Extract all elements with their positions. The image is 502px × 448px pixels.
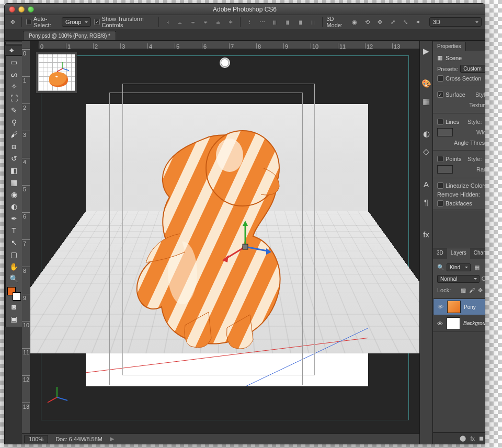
lock-paint-icon[interactable]: 🖌	[469, 285, 475, 295]
lasso-tool[interactable]: ᔕ	[7, 68, 21, 80]
layer-thumb[interactable]	[447, 301, 461, 313]
align-bottom-icon[interactable]: ⫩	[226, 17, 236, 27]
lock-pos-icon[interactable]: ✥	[477, 285, 483, 295]
points-color-swatch[interactable]	[437, 165, 453, 174]
move-tool-icon[interactable]: ✥	[8, 17, 17, 27]
blur-tool[interactable]: ◉	[7, 189, 21, 200]
layers-footer: ⬤ fx ◼ ◐ 🗀 ▤ 🗑	[433, 432, 485, 444]
threed-pan-icon[interactable]: ✥	[375, 17, 385, 27]
link-layers-icon[interactable]: ⬤	[460, 435, 466, 442]
zoom-field[interactable]: 100%	[24, 435, 48, 443]
threed-scale-icon[interactable]: ⤡	[401, 17, 410, 27]
stamp-tool[interactable]: ⧈	[7, 141, 21, 152]
svg-line-15	[57, 397, 67, 400]
lines-check[interactable]: Lines	[437, 119, 459, 125]
lines-color-swatch[interactable]	[437, 128, 453, 136]
dist-icon-4[interactable]: ⫼	[283, 17, 292, 27]
secondary-view[interactable]	[36, 52, 77, 94]
align-top-icon[interactable]: ⫧	[201, 17, 210, 27]
canvas[interactable]	[30, 49, 419, 433]
character-panel-icon[interactable]: A	[420, 178, 432, 190]
marquee-tool[interactable]: ▭	[7, 56, 21, 68]
threed-roll-icon[interactable]: ⟲	[363, 17, 372, 27]
light-widget[interactable]	[221, 59, 229, 67]
visibility-icon[interactable]: 👁	[437, 304, 444, 310]
layer-thumb[interactable]	[447, 317, 460, 330]
fx-icon[interactable]: fx	[470, 435, 475, 442]
vertical-ruler[interactable]: 012345678910111213	[22, 49, 30, 433]
mask-icon[interactable]: ◼	[479, 435, 484, 442]
type-tool[interactable]: T	[7, 225, 21, 236]
threed-extra-icon[interactable]: ✦	[414, 17, 423, 27]
backfaces-check[interactable]: Backfaces	[437, 200, 472, 206]
align-vcenter-icon[interactable]: ⫨	[214, 17, 223, 27]
swatches-panel-icon[interactable]: ▦	[420, 95, 432, 108]
scene-icon: ▦	[437, 54, 442, 61]
dist-icon-5[interactable]: ⫼	[295, 17, 305, 27]
crop-tool[interactable]: ⛶	[7, 93, 21, 104]
points-check[interactable]: Points	[437, 156, 462, 162]
threed-orbit-icon[interactable]: ◉	[350, 17, 359, 27]
ruler-origin[interactable]	[22, 41, 30, 49]
pen-tool[interactable]: ✒	[7, 213, 21, 224]
blend-mode-dropdown[interactable]: Normal	[437, 275, 480, 283]
screenmode-tool[interactable]: ▣	[7, 313, 21, 325]
tab-3d[interactable]: 3D	[433, 248, 447, 259]
color-swatches[interactable]	[7, 287, 21, 301]
shape-tool[interactable]: ▢	[7, 249, 21, 260]
horizontal-ruler[interactable]: 012345678910111213	[39, 41, 419, 49]
cross-section-check[interactable]: Cross Section	[437, 75, 481, 82]
auto-select-dropdown[interactable]: Group	[62, 17, 92, 27]
extra-panel-icon[interactable]: fx	[420, 228, 432, 240]
layer-row[interactable]: 👁 Background 🔒	[433, 315, 485, 332]
brush-tool[interactable]: 🖌	[7, 129, 21, 140]
gradient-tool[interactable]: ▦	[7, 177, 21, 188]
dist-h-icon[interactable]: ⋮	[245, 17, 254, 27]
styles-panel-icon[interactable]: ◇	[420, 145, 432, 158]
presets-dropdown[interactable]: Custom	[460, 65, 485, 73]
dist-icon-3[interactable]: ⫼	[270, 17, 279, 27]
filter-pixel-icon[interactable]: ▦	[473, 262, 481, 272]
tab-channels[interactable]: Channels	[470, 248, 485, 259]
lock-trans-icon[interactable]: ▩	[460, 285, 466, 295]
align-right-icon[interactable]: ⫟	[188, 17, 198, 27]
surface-check[interactable]: ✓Surface	[437, 91, 465, 98]
transform-gizmo[interactable]	[216, 218, 274, 275]
remove-hidden-label: Remove Hidden:	[437, 191, 485, 198]
dist-icon-6[interactable]: ⫼	[308, 17, 317, 27]
presets-label: Presets:	[437, 66, 458, 72]
tab-layers[interactable]: Layers	[447, 248, 470, 259]
properties-tab[interactable]: Properties	[433, 42, 466, 51]
history-brush-tool[interactable]: ↺	[7, 153, 21, 164]
align-left-icon[interactable]: ⫞	[163, 17, 172, 27]
paragraph-panel-icon[interactable]: ¶	[420, 196, 432, 208]
layer-name[interactable]: Pony	[464, 304, 476, 310]
hand-tool[interactable]: ✋	[7, 261, 21, 272]
align-hcenter-icon[interactable]: ⫠	[176, 17, 185, 27]
panel-icon-arrow[interactable]: ▶	[420, 45, 432, 58]
path-select-tool[interactable]: ↖	[7, 237, 21, 248]
layer-filter-kind[interactable]: Kind	[447, 263, 471, 271]
auto-select-check[interactable]: Auto-Select:	[26, 16, 59, 28]
wand-tool[interactable]: ✧	[7, 81, 21, 92]
quickmask-tool[interactable]: ◙	[7, 301, 21, 313]
visibility-icon[interactable]: 👁	[436, 320, 443, 327]
filter-adj-icon[interactable]: ◐	[483, 262, 485, 272]
healing-tool[interactable]: ⚲	[7, 117, 21, 128]
threed-slide-icon[interactable]: ⤢	[388, 17, 397, 27]
eraser-tool[interactable]: ◧	[7, 165, 21, 176]
dist-v-icon[interactable]: ⋯	[257, 17, 267, 27]
color-panel-icon[interactable]: 🎨	[420, 77, 432, 90]
view-axis-widget[interactable]	[44, 384, 70, 410]
document-tab[interactable]: Pony.psd @ 100% (Pony, RGB/8) *	[23, 31, 116, 40]
linearize-check[interactable]: Linearize Colors	[437, 182, 485, 189]
window-title: Adobe Photoshop CS6	[5, 6, 485, 13]
layer-row[interactable]: 👁 Pony ▾	[433, 298, 485, 315]
workspace-dropdown[interactable]: 3D	[429, 17, 482, 27]
zoom-tool[interactable]: 🔍	[7, 273, 21, 284]
adjustments-panel-icon[interactable]: ◐	[420, 128, 432, 140]
eyedropper-tool[interactable]: ✎	[7, 105, 21, 116]
dodge-tool[interactable]: ◐	[7, 201, 21, 212]
layer-name[interactable]: Background	[463, 320, 485, 326]
show-transform-check[interactable]: ✓Show Transform Controls	[94, 16, 154, 28]
